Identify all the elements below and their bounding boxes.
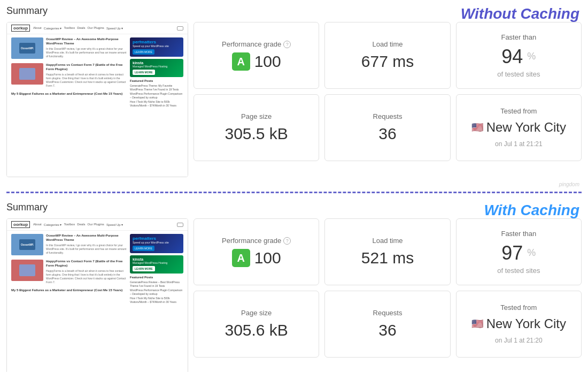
nav-links: AboutCategories ▾ToolboxDealsOur Plugins… [33, 26, 123, 30]
section2-stats: Performance grade ? A 100 Load time 521 … [194, 218, 582, 358]
section2-content: oorkup AboutCategories ▾ToolboxDealsOur … [6, 218, 582, 372]
pagesize-label-1: Page size [241, 112, 272, 120]
post2-text: HappyForms is a breath of fresh air when… [46, 73, 127, 88]
stat-faster-1: Faster than 94 % of tested sites [456, 22, 582, 89]
city-2: 🇺🇸 New York City [471, 314, 566, 334]
requests-value-1: 36 [378, 125, 396, 143]
post3-title: My 5 Biggest Failures as a Marketer and … [11, 92, 127, 96]
fp-item-3: How I Took My Niche Site to 500k Visitor… [130, 100, 183, 107]
post1-thumb: OceanWP. [11, 37, 43, 59]
widget1-text-2: Speed up your WordPress site [133, 241, 181, 244]
city-1: 🇺🇸 New York City [471, 117, 566, 138]
section-divider [6, 192, 582, 193]
fp-item-2-2: WordPress Performance Plugin Comparison … [130, 289, 183, 295]
stat-loadtime-1: Load time 677 ms [324, 22, 450, 89]
featured-posts-2: Featured Posts GeneratePress Review – Be… [130, 276, 183, 303]
load-value-2: 521 ms [361, 249, 414, 267]
flag-2: 🇺🇸 [471, 316, 483, 332]
pingdom-watermark-1: pingdom [0, 181, 588, 188]
date-2: on Jul 1 at 21:20 [471, 336, 566, 346]
widget2-brand: kinsta [133, 61, 181, 65]
location-label-1: Tested from [471, 106, 566, 117]
faster-label-2: Faster than [501, 230, 536, 238]
site-logo-2: oorkup [11, 221, 30, 228]
fp-item-3-2: How I Took My Niche Site to 500k Visitor… [130, 297, 183, 303]
nav-links-2: AboutCategories ▾ToolboxDealsOur Plugins… [33, 223, 123, 226]
site-body: OceanWP. OceanWP Review – An Awesome Mul… [7, 34, 188, 177]
post2-thumb-2 [11, 260, 43, 281]
fp-item-2: WordPress Performance Plugin Comparison … [130, 92, 183, 99]
featured-posts-title-2: Featured Posts [130, 276, 183, 279]
requests-value-2: 36 [378, 321, 396, 339]
stat-requests-1: Requests 36 [324, 94, 450, 161]
post1-title-2: OceanWP Review – An Awesome Multi-Purpos… [46, 234, 127, 242]
widget1-text: Speed up your WordPress site [133, 44, 181, 48]
widget2-text-2: Managed WordPress Hosting [133, 261, 181, 264]
performance-label-1: Performance grade ? [222, 40, 291, 48]
performance-value-2: A 100 [232, 249, 281, 267]
stat-requests-2: Requests 36 [324, 291, 450, 358]
faster-value-2: 97 % [501, 242, 536, 264]
sidebar: perfmatters Speed up your WordPress site… [130, 37, 183, 108]
stat-loadtime-2: Load time 521 ms [324, 218, 450, 285]
performance-help-icon[interactable]: ? [283, 41, 291, 48]
pagesize-label-2: Page size [241, 309, 272, 317]
stat-location-1: Tested from 🇺🇸 New York City on Jul 1 at… [456, 94, 582, 161]
section-no-cache: Summary Without Caching oorkup AboutCate… [0, 0, 588, 181]
pagesize-value-2: 305.6 kB [225, 321, 288, 339]
section1-heading: Without Caching [461, 5, 579, 22]
section2-heading: With Caching [484, 202, 579, 219]
widget2-text: Managed WordPress Hosting [133, 65, 181, 68]
flag-1: 🇺🇸 [471, 120, 483, 135]
widget1: perfmatters Speed up your WordPress site… [130, 37, 183, 57]
section-with-cache: Summary With Caching oorkup AboutCategor… [0, 196, 588, 372]
widget2: kinsta Managed WordPress Hosting LEARN M… [130, 59, 183, 77]
section1-content: oorkup AboutCategories ▾ToolboxDealsOur … [6, 22, 582, 177]
location-1: Tested from 🇺🇸 New York City on Jul 1 at… [471, 106, 566, 149]
site-logo: oorkup [11, 25, 30, 32]
faster-sub-1: of tested sites [497, 70, 540, 78]
faster-sub-2: of tested sites [497, 267, 540, 275]
performance-label-2: Performance grade ? [222, 237, 291, 245]
location-label-2: Tested from [471, 302, 566, 314]
performance-help-icon-2[interactable]: ? [283, 237, 291, 245]
section1-stats: Performance grade ? A 100 Load time 677 … [194, 22, 582, 161]
featured-posts: Featured Posts GeneratePress Theme: My F… [130, 79, 183, 107]
date-1: on Jul 1 at 21:21 [471, 139, 566, 149]
fp-item-1-2: GeneratePress Review – Best WordPress Th… [130, 280, 183, 287]
stat-performance-1: Performance grade ? A 100 [194, 22, 319, 89]
widget2-2: kinsta Managed WordPress Hosting LEARN M… [130, 255, 183, 274]
faster-label-1: Faster than [501, 33, 536, 41]
requests-label-1: Requests [373, 112, 403, 120]
load-label-1: Load time [372, 40, 403, 48]
post2-text-2: HappyForms is a breath of fresh air when… [46, 269, 127, 284]
featured-posts-title: Featured Posts [130, 79, 183, 82]
grade-badge-2: A [232, 249, 250, 267]
load-value-1: 677 ms [361, 52, 414, 71]
post1-title: OceanWP Review – An Awesome Multi-Purpos… [46, 37, 127, 46]
stat-performance-2: Performance grade ? A 100 [194, 218, 319, 285]
post2-title-2: HappyForms vs Contact Form 7 (Battle of … [46, 260, 127, 268]
site-nav-2: oorkup AboutCategories ▾ToolboxDealsOur … [7, 219, 188, 231]
widget1-2: perfmatters Speed up your WordPress site… [130, 234, 183, 253]
stat-faster-2: Faster than 97 % of tested sites [456, 218, 582, 285]
site-nav: oorkup AboutCategories ▾ToolboxDealsOur … [7, 22, 188, 34]
section2-screenshot: oorkup AboutCategories ▾ToolboxDealsOur … [6, 218, 188, 372]
post1-text-2: In this OceanWP review, I go over why it… [46, 244, 127, 255]
fp-item-1: GeneratePress Theme: My Favorite WordPre… [130, 84, 183, 91]
post1-thumb-2: OceanWP. [11, 234, 43, 255]
post2-title: HappyForms vs Contact Form 7 (Battle of … [46, 63, 127, 72]
stat-location-2: Tested from 🇺🇸 New York City on Jul 1 at… [456, 291, 582, 358]
requests-label-2: Requests [373, 309, 403, 317]
sidebar-2: perfmatters Speed up your WordPress site… [130, 234, 183, 305]
faster-value-1: 94 % [501, 45, 536, 68]
site-search-box-2 [177, 223, 183, 227]
post3-title-2: My 5 Biggest Failures as a Marketer and … [11, 289, 127, 293]
widget1-brand: perfmatters [133, 40, 181, 44]
grade-badge-1: A [232, 52, 250, 71]
location-2: Tested from 🇺🇸 New York City on Jul 1 at… [471, 302, 566, 345]
post1-text: In this OceanWP review, I go over why it… [46, 47, 127, 58]
pagesize-value-1: 305.5 kB [225, 125, 288, 143]
stat-pagesize-1: Page size 305.5 kB [194, 94, 319, 161]
site-body-2: OceanWP. OceanWP Review – An Awesome Mul… [7, 231, 188, 372]
